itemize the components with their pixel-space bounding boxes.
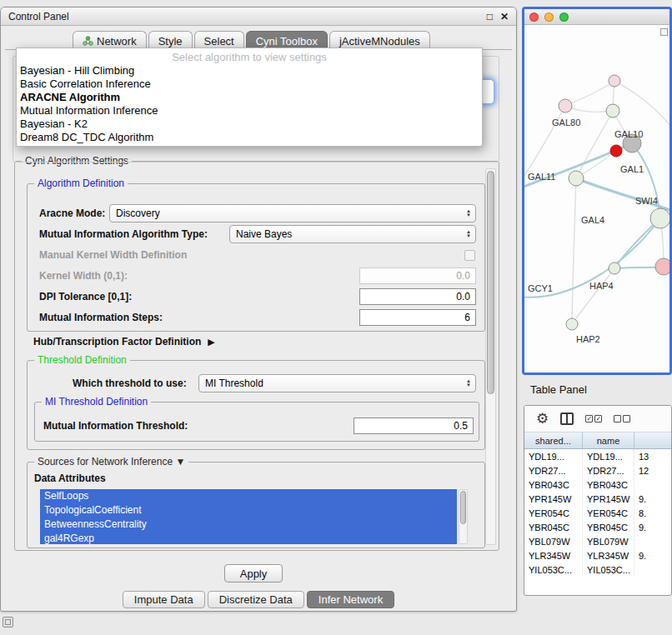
tab-label: Network: [97, 35, 137, 48]
column-header[interactable]: shared...: [524, 432, 583, 448]
tab-discretize-data[interactable]: Discretize Data: [208, 591, 304, 608]
dropdown-item[interactable]: Dream8 DC_TDC Algorithm: [17, 131, 482, 144]
dpi-tolerance-input[interactable]: 0.0: [359, 288, 476, 305]
column-header[interactable]: [634, 432, 671, 448]
scrollbar-thumb[interactable]: [460, 491, 466, 524]
node-hap2[interactable]: [566, 318, 578, 330]
table-panel-label: Table Panel: [530, 383, 587, 396]
minimize-traffic-light[interactable]: [544, 12, 554, 22]
dropdown-item[interactable]: Bayesian - Hill Climbing: [17, 64, 482, 78]
dropdown-item[interactable]: Bayesian - K2: [17, 118, 482, 131]
network-view-window: GAL80 GAL10 GAL11 GAL1 SWI4 GAL4 GCY1 HA…: [522, 7, 672, 375]
attribute-item-selected[interactable]: BetweennessCentrality: [40, 518, 457, 532]
table-row[interactable]: YIL053C... YIL053C...: [524, 562, 671, 577]
group-title: Threshold Definition: [34, 354, 130, 367]
manual-kernel-checkbox[interactable]: [464, 250, 475, 261]
gear-icon[interactable]: ⚙: [536, 412, 549, 426]
deselect-all-rows-icon[interactable]: [614, 415, 630, 422]
close-traffic-light[interactable]: [529, 12, 539, 22]
updown-arrows-icon: [464, 209, 474, 218]
collapse-down-icon[interactable]: ▼: [175, 456, 185, 468]
table-row[interactable]: YBR045C YBR045C 9.: [524, 520, 671, 534]
select-all-rows-icon[interactable]: [585, 415, 602, 422]
tab-label: Select: [204, 35, 234, 48]
dropdown-item-selected[interactable]: ARACNE Algorithm: [17, 91, 482, 104]
mi-type-label: Mutual Information Algorithm Type:: [39, 228, 208, 240]
node-label: GCY1: [528, 283, 553, 293]
columns-icon[interactable]: [560, 412, 574, 425]
unchecked-box-icon: [614, 415, 621, 422]
node-hap4[interactable]: [609, 262, 620, 274]
table-row[interactable]: YDL19... YDL19... 13: [524, 449, 671, 463]
mi-steps-input[interactable]: 6: [359, 309, 476, 326]
apply-button[interactable]: Apply: [224, 564, 283, 582]
attribute-item-selected[interactable]: gal4RGexp: [40, 532, 457, 544]
collapsed-panel-icon[interactable]: [3, 617, 13, 628]
mi-threshold-group: MI Threshold Definition Mutual Informati…: [34, 402, 479, 442]
aracne-mode-label: Aracne Mode:: [39, 208, 105, 219]
group-title: MI Threshold Definition: [42, 396, 151, 408]
column-header[interactable]: name: [583, 432, 634, 448]
sources-group: Sources for Network Inference ▼ Data Att…: [27, 462, 485, 548]
network-graph: GAL80 GAL10 GAL11 GAL1 SWI4 GAL4 GCY1 HA…: [524, 25, 669, 372]
close-icon[interactable]: ✕: [500, 11, 509, 22]
checked-box-icon: [585, 415, 593, 422]
control-panel-titlebar[interactable]: Control Panel □ ✕: [1, 8, 516, 26]
dropdown-item[interactable]: Basic Correlation Inference: [17, 78, 482, 91]
node-label: GAL80: [552, 118, 580, 128]
table-row[interactable]: YER054C YER054C 8.: [524, 506, 671, 520]
table-row[interactable]: YDR27... YDR27... 12: [524, 463, 671, 478]
expand-right-icon[interactable]: ▶: [208, 337, 214, 348]
node-gal1[interactable]: [569, 171, 584, 186]
tab-label: Cyni Toolbox: [256, 35, 318, 48]
tab-label: Style: [158, 35, 183, 48]
kernel-width-label: Kernel Width (0,1):: [39, 270, 128, 282]
node-gal80[interactable]: [559, 99, 572, 112]
node[interactable]: [606, 104, 619, 118]
bottom-tabs: Impute Data Discretize Data Infer Networ…: [1, 591, 516, 608]
which-threshold-select[interactable]: MI Threshold: [198, 374, 476, 392]
tab-label: jActiveMNodules: [339, 35, 420, 48]
table-row[interactable]: YBR043C YBR043C: [524, 478, 671, 492]
desktop: Control Panel □ ✕ Network Style: [0, 0, 672, 635]
kernel-width-input[interactable]: 0.0: [359, 268, 476, 284]
table-header: shared... name: [524, 432, 671, 449]
tab-infer-network[interactable]: Infer Network: [307, 591, 394, 608]
node[interactable]: [650, 208, 669, 228]
mi-threshold-input[interactable]: 0.5: [354, 418, 474, 434]
scroll-corner-box[interactable]: [660, 28, 668, 36]
settings-scrollbar[interactable]: [485, 168, 496, 545]
checked-box-icon: [594, 415, 602, 422]
updown-arrows-icon: [464, 379, 474, 388]
node-label: SWI4: [635, 196, 658, 206]
attribute-item-selected[interactable]: SelfLoops: [40, 489, 457, 503]
zoom-traffic-light[interactable]: [559, 12, 569, 22]
table-row[interactable]: YBL079W YBL079W: [524, 534, 671, 548]
node-label: GAL4: [581, 215, 604, 225]
attribute-list-scrollbar[interactable]: [459, 489, 468, 544]
network-titlebar[interactable]: [524, 9, 669, 25]
hub-definition-expander[interactable]: Hub/Transcription Factor Definition ▶: [33, 336, 215, 348]
sources-expander[interactable]: Sources for Network Inference ▼: [34, 456, 188, 468]
float-window-icon[interactable]: □: [487, 11, 493, 22]
table-row[interactable]: YLR345W YLR345W 9.: [524, 548, 671, 562]
dropdown-item[interactable]: Mutual Information Inference: [17, 104, 482, 118]
attribute-item-selected[interactable]: TopologicalCoefficient: [40, 503, 457, 518]
table-row[interactable]: YPR145W YPR145W 9.: [524, 492, 671, 506]
node-label: HAP4: [589, 281, 614, 291]
mi-type-select[interactable]: Naive Bayes: [229, 225, 476, 243]
which-threshold-label: Which threshold to use:: [73, 378, 187, 389]
node[interactable]: [655, 258, 669, 275]
tab-impute-data[interactable]: Impute Data: [123, 591, 205, 608]
node[interactable]: [609, 75, 620, 87]
updown-arrows-icon: [464, 230, 474, 238]
scrollbar-thumb[interactable]: [487, 171, 494, 394]
aracne-mode-select[interactable]: Discovery: [109, 204, 476, 222]
node-label: HAP2: [576, 334, 600, 344]
node-selected-red[interactable]: [610, 145, 622, 157]
node-label: GAL1: [620, 164, 644, 174]
node-label: GAL10: [614, 129, 643, 139]
mi-threshold-label: Mutual Information Threshold:: [43, 420, 188, 432]
algorithm-definition-group: Algorithm Definition Aracne Mode: Discov…: [27, 183, 485, 332]
network-canvas[interactable]: GAL80 GAL10 GAL11 GAL1 SWI4 GAL4 GCY1 HA…: [524, 25, 669, 372]
